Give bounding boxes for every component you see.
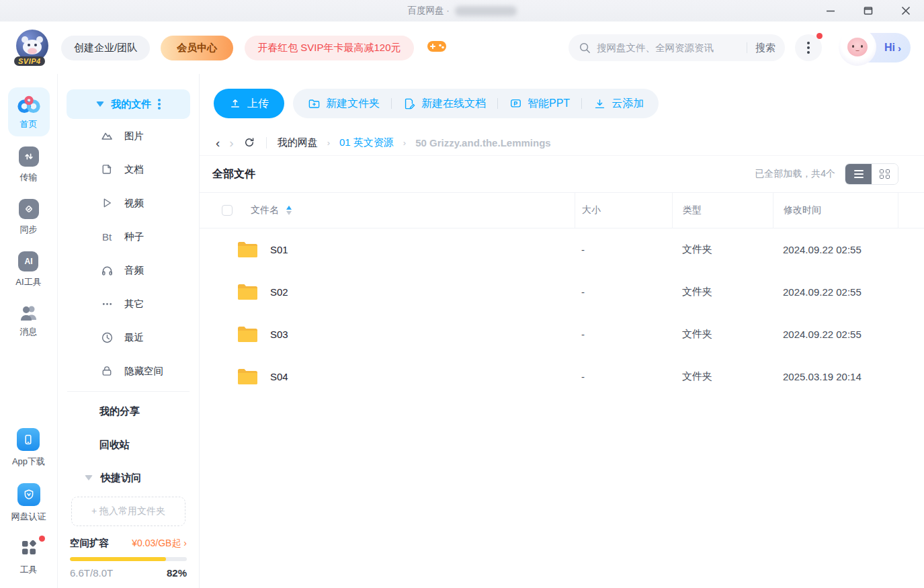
table-row[interactable]: S02 - 文件夹 2024.09.22 02:55 [200,271,924,313]
file-size: - [575,313,672,355]
file-size: - [575,228,672,271]
rail-item-label: App下载 [12,456,45,468]
search-button[interactable]: 搜索 [755,42,775,54]
select-all-checkbox[interactable] [222,205,233,216]
lock-icon [99,364,114,378]
kebab-menu-icon[interactable] [158,99,161,110]
list-view-button[interactable] [845,164,872,184]
sidebar-item-torrents[interactable]: Bt 种子 [58,220,199,253]
create-team-button[interactable]: 创建企业/团队 [61,36,150,60]
member-center-button[interactable]: 会员中心 [161,36,233,60]
rail-item-home[interactable]: 首页 [8,87,50,136]
search-input[interactable] [597,42,739,53]
user-profile-pill[interactable]: Hi › [843,33,911,62]
files-header: 全部文件 已全部加载，共4个 [200,156,924,192]
more-menu-button[interactable] [795,34,822,61]
refresh-button[interactable] [243,136,255,149]
quick-access-label: 快捷访问 [101,472,141,485]
new-online-doc-button[interactable]: 新建在线文档 [403,97,486,111]
rail-item-label: 工具 [20,564,38,576]
toolbar-group: 新建文件夹 新建在线文档 [293,89,659,118]
sidebar-item-label: 音频 [124,264,144,277]
my-files-label: 我的文件 [111,98,151,111]
file-name[interactable]: S01 [270,244,288,255]
upload-label: 上传 [247,97,269,111]
game-center-icon[interactable] [427,38,447,57]
sidebar-item-label: 最近 [124,331,144,344]
image-icon [99,128,114,143]
rail-item-label: 同步 [20,224,38,236]
document-icon [99,162,114,177]
file-type: 文件夹 [672,271,773,313]
sidebar-item-images[interactable]: 图片 [58,119,199,153]
file-name[interactable]: S04 [270,371,288,382]
folder-icon [237,241,259,259]
grid-view-button[interactable] [872,164,898,184]
rail-bottom: App下载 网盘认证 [11,428,46,588]
breadcrumb-level1[interactable]: 01 英文资源 [339,136,394,149]
rail-item-ai-tools[interactable]: AI AI工具 [15,251,41,288]
window-controls [822,0,915,22]
breadcrumb-bar: ‹ › 我的网盘 › 01 英文资源 › 50 Grizzy.and.the.L… [200,130,924,156]
maximize-button[interactable] [859,2,877,19]
expand-price-link[interactable]: ¥0.03/GB起 › [132,538,187,550]
sidebar-item-videos[interactable]: 视频 [58,186,199,220]
transfer-icon [19,146,39,167]
sidebar-item-label: 隐藏空间 [124,365,163,378]
column-size[interactable]: 大小 [575,193,672,228]
column-modified[interactable]: 修改时间 [773,193,898,228]
drop-folder-zone[interactable]: + 拖入常用文件夹 [71,497,185,526]
rail-item-tools[interactable]: 工具 [19,538,38,576]
back-button[interactable]: ‹ [216,136,220,149]
column-type[interactable]: 类型 [672,193,773,228]
sidebar-item-my-files[interactable]: 我的文件 [67,89,190,119]
main-panel: 上传 新建文件夹 [200,74,924,588]
rail-item-transfer[interactable]: 传输 [19,146,39,183]
header: SVIP4 创建企业/团队 会员中心 开春红包 SVIP年卡最高减120元 搜索 [0,22,924,74]
blurred-username [455,6,517,16]
search-box: 搜索 [569,34,785,61]
table-row[interactable]: S01 - 文件夹 2024.09.22 02:55 [200,228,924,271]
sidebar-item-quick-access[interactable]: 快捷访问 [58,462,199,494]
sidebar-item-audio[interactable]: 音频 [58,253,199,287]
sidebar-item-recycle-bin[interactable]: 回收站 [58,428,199,462]
upload-icon [229,97,241,110]
file-modified: 2024.09.22 02:55 [773,228,898,271]
table-row[interactable]: S04 - 文件夹 2025.03.19 20:14 [200,355,924,398]
caret-down-icon [85,475,93,480]
toolbar-separator [497,98,498,109]
rail-item-messages[interactable]: 消息 [19,304,39,338]
promo-banner[interactable]: 开春红包 SVIP年卡最高减120元 [245,36,413,60]
sidebar-item-my-share[interactable]: 我的分享 [58,394,199,428]
file-name[interactable]: S02 [270,286,288,298]
headphones-icon [99,263,114,278]
doc-edit-icon [403,97,416,110]
file-type: 文件夹 [672,313,773,355]
rail-item-app-download[interactable]: App下载 [12,428,45,468]
breadcrumb-root[interactable]: 我的网盘 [278,136,318,149]
close-button[interactable] [897,2,915,19]
sort-icon[interactable] [286,206,292,215]
sidebar-item-documents[interactable]: 文档 [58,153,199,186]
table-row[interactable]: S03 - 文件夹 2024.09.22 02:55 [200,313,924,355]
toolbar-separator [581,98,582,109]
smart-ppt-button[interactable]: 智能PPT [509,97,570,111]
forward-button[interactable]: › [229,136,233,149]
new-folder-button[interactable]: 新建文件夹 [308,97,380,111]
cloud-add-button[interactable]: 云添加 [593,97,644,111]
column-spacer [898,193,924,228]
sidebar-item-other[interactable]: 其它 [58,287,199,321]
sidebar-item-hidden-space[interactable]: 隐藏空间 [58,354,199,388]
upload-button[interactable]: 上传 [214,89,284,118]
rail-item-sync[interactable]: 同步 [19,199,39,236]
file-name[interactable]: S03 [270,329,288,340]
rail-item-verify[interactable]: 网盘认证 [11,483,46,523]
folder-icon [237,368,259,386]
user-svip-avatar[interactable]: SVIP4 [16,30,50,66]
sidebar-item-recent[interactable]: 最近 [58,321,199,354]
folder-icon [237,325,259,343]
list-view-icon [854,170,864,178]
minimize-button[interactable] [822,2,839,19]
sidebar-item-label: 其它 [124,298,144,310]
toolbar-separator [391,98,392,109]
